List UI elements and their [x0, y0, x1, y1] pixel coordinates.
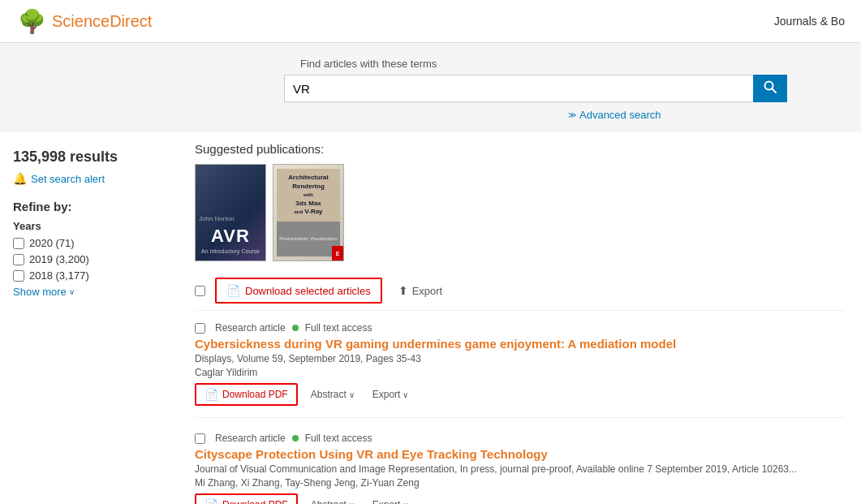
- advanced-search-label: Advanced search: [579, 109, 661, 121]
- article-1-export-label: Export: [372, 389, 401, 400]
- suggested-publications-label: Suggested publications:: [195, 142, 845, 156]
- main-layout: 135,998 results 🔔 Set search alert Refin…: [0, 132, 861, 504]
- header-nav[interactable]: Journals & Bo: [774, 15, 845, 28]
- article-1-abstract-chevron-icon: ∨: [349, 390, 355, 399]
- search-area: Find articles with these terms ≫ Advance…: [0, 43, 861, 132]
- filter-item-2019: 2019 (3,200): [13, 253, 166, 265]
- article-2-export-label: Export: [372, 499, 401, 504]
- refine-heading: Refine by:: [13, 200, 166, 213]
- article-2-abstract-chevron-icon: ∨: [349, 501, 355, 505]
- open-access-dot-2: [292, 435, 299, 442]
- article-1-pdf-icon: 📄: [204, 388, 218, 401]
- article-2-type: Research article: [215, 433, 286, 444]
- book-avr-author: John Norton: [199, 215, 235, 222]
- article-2-actions: 📄 Download PDF Abstract ∨ Export ∨: [195, 493, 845, 504]
- advanced-search-link[interactable]: ≫ Advanced search: [568, 109, 661, 121]
- header: 🌳 ScienceDirect Journals & Bo: [0, 0, 861, 43]
- results-toolbar: 📄 Download selected articles ⬆ Export: [195, 278, 845, 311]
- article-1-journal: Displays, Volume 59, September 2019, Pag…: [195, 353, 845, 364]
- book-arch-title: ArchitecturalRenderingwith3ds Maxand V-R…: [288, 174, 328, 216]
- article-2-authors: Mi Zhang, Xi Zhang, Tay-Sheng Jeng, Zi-Y…: [195, 477, 845, 489]
- book-avr-subtitle: An Introductory Course: [201, 248, 260, 254]
- export-button[interactable]: ⬆ Export: [392, 281, 450, 300]
- filter-label-2018: 2018 (3,177): [29, 269, 89, 282]
- bell-icon: 🔔: [13, 172, 27, 185]
- search-label: Find articles with these terms: [300, 58, 437, 70]
- chevron-down-icon: ∨: [69, 287, 75, 296]
- article-1-title[interactable]: Cybersickness during VR gaming undermine…: [195, 337, 845, 351]
- select-all-checkbox[interactable]: [195, 286, 205, 296]
- article-2-meta-row: Research article Full text access: [195, 433, 845, 444]
- filter-checkbox-2020[interactable]: [13, 238, 24, 249]
- article-1-actions: 📄 Download PDF Abstract ∨ Export ∨: [195, 383, 845, 406]
- export-icon: ⬆: [398, 284, 408, 297]
- results-count: 135,998 results: [13, 149, 166, 166]
- filter-label-2019: 2019 (3,200): [29, 253, 89, 265]
- article-1-checkbox[interactable]: [195, 323, 205, 334]
- article-1-export-button[interactable]: Export ∨: [368, 386, 414, 403]
- show-more-link[interactable]: Show more ∨: [13, 286, 166, 298]
- article-1-abstract-button[interactable]: Abstract ∨: [306, 386, 359, 403]
- export-label: Export: [412, 285, 443, 297]
- sidebar: 135,998 results 🔔 Set search alert Refin…: [0, 132, 179, 504]
- book-avr-title: AVR: [211, 226, 250, 247]
- article-1-access: Full text access: [305, 322, 372, 334]
- article-1-type: Research article: [215, 322, 286, 334]
- svg-text:🌳: 🌳: [18, 8, 45, 35]
- open-access-dot-1: [292, 325, 299, 331]
- filter-checkbox-2018[interactable]: [13, 270, 24, 282]
- article-2-export-chevron-icon: ∨: [403, 501, 408, 505]
- article-1-meta-row: Research article Full text access: [195, 322, 845, 334]
- content-area: Suggested publications: John Norton AVR …: [179, 132, 861, 504]
- logo-area: 🌳 ScienceDirect: [16, 6, 152, 36]
- article-1-download-label: Download PDF: [222, 389, 288, 400]
- pdf-download-icon: 📄: [226, 284, 240, 297]
- download-selected-label: Download selected articles: [245, 285, 371, 297]
- article-2-access: Full text access: [305, 433, 372, 444]
- article-2-checkbox[interactable]: [195, 433, 205, 444]
- book-avr[interactable]: John Norton AVR An Introductory Course: [195, 164, 266, 261]
- article-item-1: Research article Full text access Cybers…: [195, 322, 845, 418]
- download-selected-button[interactable]: 📄 Download selected articles: [215, 278, 382, 304]
- book-arch-subtitle: Photorealistic Visualization: [279, 236, 337, 241]
- search-icon: [763, 80, 777, 97]
- chevron-icon: ≫: [568, 110, 576, 119]
- article-1-export-chevron-icon: ∨: [403, 390, 408, 399]
- article-1-authors: Caglar Yildirim: [195, 367, 845, 378]
- article-2-download-pdf-button[interactable]: 📄 Download PDF: [195, 493, 298, 504]
- filter-checkbox-2019[interactable]: [13, 254, 24, 265]
- search-input[interactable]: [284, 75, 753, 102]
- article-2-pdf-icon: 📄: [204, 498, 218, 504]
- article-2-abstract-button[interactable]: Abstract ∨: [306, 496, 359, 504]
- set-search-alert[interactable]: 🔔 Set search alert: [13, 172, 166, 185]
- article-1-abstract-label: Abstract: [311, 389, 347, 400]
- article-2-journal: Journal of Visual Communication and Imag…: [195, 463, 845, 475]
- publications-row: John Norton AVR An Introductory Course A…: [195, 164, 845, 261]
- book-arch-badge: E: [336, 251, 340, 256]
- show-more-label: Show more: [13, 286, 67, 298]
- article-2-download-label: Download PDF: [222, 499, 288, 504]
- svg-line-3: [773, 89, 777, 93]
- article-2-export-button[interactable]: Export ∨: [368, 496, 414, 504]
- article-item-2: Research article Full text access Citysc…: [195, 433, 845, 504]
- article-2-title[interactable]: Cityscape Protection Using VR and Eye Tr…: [195, 447, 845, 461]
- filter-item-2020: 2020 (71): [13, 237, 166, 249]
- search-row: [284, 75, 787, 102]
- article-2-abstract-label: Abstract: [311, 499, 347, 504]
- set-alert-label: Set search alert: [31, 173, 105, 185]
- filter-item-2018: 2018 (3,177): [13, 269, 166, 282]
- book-arch[interactable]: ArchitecturalRenderingwith3ds Maxand V-R…: [273, 164, 344, 261]
- filter-label-2020: 2020 (71): [29, 237, 75, 249]
- article-1-download-pdf-button[interactable]: 📄 Download PDF: [195, 383, 298, 406]
- site-logo-text[interactable]: ScienceDirect: [52, 12, 152, 31]
- elsevier-logo-icon: 🌳: [16, 6, 45, 36]
- search-button[interactable]: [753, 75, 787, 102]
- years-filter-label: Years: [13, 220, 166, 232]
